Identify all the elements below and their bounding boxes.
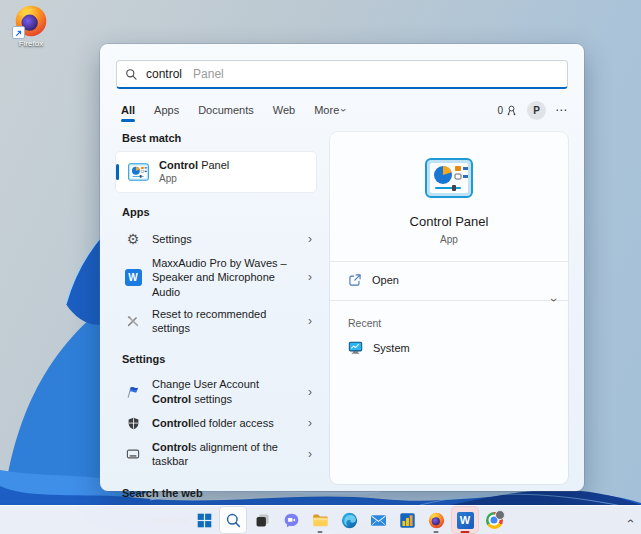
section-header-search-web: Search the web — [122, 487, 322, 499]
system-monitor-icon — [348, 340, 363, 355]
desktop: Firefox control Panel All Apps Documents… — [0, 0, 641, 534]
shortcut-arrow-icon — [12, 26, 25, 39]
control-panel-icon — [128, 163, 149, 181]
recent-header: Recent — [330, 301, 568, 329]
shield-icon — [127, 417, 140, 430]
recent-item-label: System — [373, 342, 410, 354]
word-icon: W — [457, 512, 474, 529]
taskbar-file-explorer-button[interactable] — [307, 507, 333, 533]
tab-web[interactable]: Web — [272, 101, 296, 119]
result-subtitle: App — [159, 173, 229, 186]
taskbar-edge-button[interactable] — [336, 507, 362, 533]
preview-app-type: App — [330, 234, 568, 245]
running-indicator-active — [461, 531, 470, 534]
running-indicator — [434, 531, 439, 534]
taskbar-power-bi-button[interactable] — [394, 507, 420, 533]
tab-documents[interactable]: Documents — [197, 101, 255, 119]
user-avatar[interactable]: P — [527, 101, 546, 120]
result-uac-settings[interactable]: Change User Account Control settings › — [116, 373, 320, 410]
chrome-profile-badge — [495, 510, 505, 520]
rewards-counter[interactable]: 0 — [497, 104, 518, 117]
search-suggestion-text: Panel — [190, 67, 224, 81]
taskbar-task-view-button[interactable] — [249, 507, 275, 533]
search-typed-text: control — [146, 67, 182, 81]
task-view-icon — [254, 512, 271, 529]
tools-icon — [126, 314, 140, 328]
search-input[interactable]: control Panel — [116, 60, 568, 89]
result-title-match: Control — [159, 159, 198, 171]
taskbar-mail-button[interactable] — [365, 507, 391, 533]
more-options-button[interactable]: ⋯ — [555, 103, 568, 117]
chrome-icon — [486, 512, 503, 529]
desktop-shortcut-firefox[interactable]: Firefox — [8, 4, 54, 48]
result-title-rest: Panel — [198, 159, 229, 171]
running-indicator — [318, 531, 323, 534]
search-filter-tabs: All Apps Documents Web More› 0 P ⋯ — [120, 98, 568, 122]
control-panel-icon-large — [425, 158, 473, 198]
taskbar-start-button[interactable] — [191, 507, 217, 533]
chat-icon — [283, 512, 300, 529]
result-best-match-control-panel[interactable]: Control Panel App — [116, 152, 316, 192]
power-bi-icon — [399, 512, 416, 529]
open-action[interactable]: Open — [330, 262, 568, 298]
taskbar-search-button[interactable] — [220, 507, 246, 533]
gear-icon: ⚙ — [127, 232, 140, 246]
taskbar: W › — [0, 505, 641, 534]
divider: › — [330, 300, 568, 301]
taskbar-firefox-button[interactable] — [423, 507, 449, 533]
windows-start-icon — [196, 512, 213, 529]
taskbar-icons: W — [191, 507, 507, 533]
taskbar-settings-icon — [126, 447, 140, 461]
result-settings-app[interactable]: ⚙ Settings › — [116, 226, 320, 252]
result-controlled-folder-access[interactable]: Controlled folder access › — [116, 410, 320, 436]
preview-pane: Control Panel App Open › Recent — [330, 132, 568, 484]
chevron-right-icon: › — [308, 314, 314, 328]
rewards-icon — [505, 104, 518, 117]
chevron-right-icon: › — [308, 385, 314, 399]
tab-apps[interactable]: Apps — [153, 101, 180, 119]
taskbar-word-button[interactable]: W — [452, 507, 478, 533]
selection-accent-bar — [116, 164, 119, 180]
section-header-apps: Apps — [122, 206, 322, 218]
section-header-best-match: Best match — [122, 132, 322, 144]
result-reset-settings[interactable]: Reset to recommended settings › — [116, 303, 320, 340]
recent-item-system[interactable]: System — [330, 329, 568, 366]
result-taskbar-alignment[interactable]: Controls alignment of the taskbar › — [116, 436, 320, 473]
open-label: Open — [372, 274, 399, 286]
tab-more[interactable]: More› — [313, 101, 347, 119]
chevron-right-icon: › — [308, 416, 314, 430]
firefox-icon — [428, 512, 445, 529]
expand-chevron-down-icon[interactable]: › — [547, 298, 561, 302]
chevron-down-icon: › — [338, 108, 350, 112]
file-explorer-icon — [312, 512, 329, 529]
preview-app-title: Control Panel — [330, 214, 568, 229]
open-external-icon — [348, 273, 362, 287]
uac-flag-icon — [126, 385, 140, 399]
search-icon — [125, 68, 138, 81]
search-results-list: Best match Control Panel A — [116, 126, 322, 487]
desktop-shortcut-label: Firefox — [8, 39, 54, 48]
tray-chevron-up-icon[interactable]: › — [623, 519, 637, 523]
result-maxxaudio-app[interactable]: W MaxxAudio Pro by Waves – Speaker and M… — [116, 252, 320, 303]
taskbar-chat-button[interactable] — [278, 507, 304, 533]
maxxaudio-icon: W — [125, 269, 142, 286]
tab-all[interactable]: All — [120, 101, 136, 119]
search-icon — [225, 512, 242, 529]
rewards-count: 0 — [497, 105, 503, 116]
search-flyout-panel: control Panel All Apps Documents Web Mor… — [100, 44, 584, 491]
chevron-right-icon: › — [308, 232, 314, 246]
chevron-right-icon: › — [308, 447, 314, 461]
edge-icon — [341, 512, 358, 529]
taskbar-chrome-button[interactable] — [481, 507, 507, 533]
mail-icon — [370, 512, 387, 529]
section-header-settings: Settings — [122, 353, 322, 365]
chevron-right-icon: › — [308, 270, 314, 284]
